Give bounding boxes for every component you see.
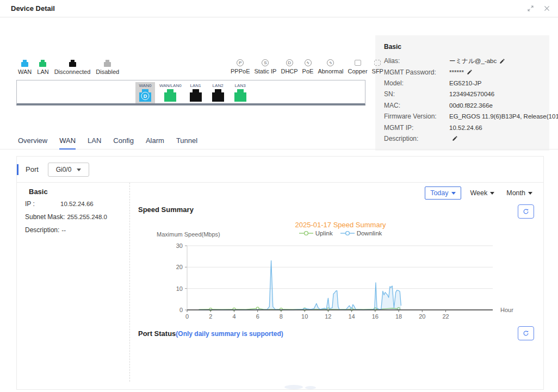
basic-row-label: Model:: [384, 79, 449, 87]
speed-summary-chart: 2025-01-17 Speed Summary Maximum Speed(M…: [153, 221, 528, 320]
device-port-wan0[interactable]: WAN0D: [135, 82, 155, 103]
legend-uplink[interactable]: Uplink: [299, 230, 333, 237]
speed-summary-refresh-button[interactable]: [518, 204, 534, 219]
svg-text:6: 6: [256, 313, 259, 319]
port-selector-row: Port Gi0/0: [17, 157, 543, 183]
edit-pencil-icon[interactable]: [452, 135, 458, 141]
edit-pencil-icon[interactable]: [499, 58, 505, 64]
port-label: WAN/LAN0: [159, 83, 182, 88]
tab-tunnel[interactable]: Tunnel: [176, 136, 197, 150]
port-status-legend-item: WAN: [18, 59, 32, 75]
device-port-lan1[interactable]: LAN1: [186, 82, 206, 103]
basic-row: MGMT Password:******: [384, 66, 541, 77]
svg-text:0: 0: [179, 307, 183, 313]
copper-legend-item: Copper: [348, 59, 367, 74]
port-status-heading-text: Port Status: [138, 329, 176, 338]
detail-tabs: OverviewWANLANConfigAlarmTunnel: [18, 136, 197, 150]
sfp-legend-item: SFP: [372, 59, 383, 74]
basic-row-value: ーミナル@_-abc: [449, 57, 505, 65]
accent-bar: [17, 164, 18, 175]
port-shape-icon: [212, 92, 224, 102]
svg-text:10: 10: [176, 285, 183, 292]
copper-icon: [355, 60, 361, 66]
svg-text:30: 30: [176, 242, 183, 249]
chart-ylabel: Maximum Speed(Mbps): [157, 231, 220, 238]
port-shape-icon: [164, 92, 176, 102]
tab-lan[interactable]: LAN: [88, 136, 101, 150]
basic-row-value-text: ーミナル@_-abc: [449, 57, 497, 65]
port-shape-icon: [190, 92, 202, 102]
legend-series-label: Uplink: [315, 230, 333, 237]
week-range-button[interactable]: Week: [468, 186, 498, 200]
maximize-icon[interactable]: [525, 3, 535, 13]
wan-basic-row-value: 10.52.24.66: [60, 201, 94, 207]
edit-pencil-icon[interactable]: [467, 69, 473, 75]
legend-label: DHCP: [281, 68, 297, 74]
wan-basic-row-value: 255.255.248.0: [67, 214, 107, 220]
basic-row-value-text: EG_RGOS 11.9(6)B13P4, Release(10142718): [449, 113, 558, 120]
close-icon[interactable]: [542, 3, 551, 13]
basic-row: Alias:ーミナル@_-abc: [384, 55, 541, 66]
chart-plot: 01020300246810121416182022Hour: [153, 240, 528, 319]
today-range-button[interactable]: Today: [425, 186, 461, 200]
caret-down-icon: [77, 169, 81, 171]
legend-label: WAN: [18, 69, 32, 75]
basic-row-value-text: 00d0.f822.366e: [449, 102, 493, 109]
port-select-value: Gi0/0: [56, 166, 72, 173]
pppoe-legend-item: PPPPoE: [231, 59, 250, 74]
basic-row-value: ******: [449, 69, 473, 76]
tab-config[interactable]: Config: [113, 136, 134, 150]
legend-label: Static IP: [254, 68, 276, 74]
basic-row-label: Firmware Version:: [384, 113, 449, 120]
dhcp-badge-icon: D: [141, 92, 150, 100]
port-mode-legend: PPPPoESStatic IPDDHCPϟPoEϟAbnormalCopper…: [231, 59, 383, 74]
svg-text:22: 22: [442, 313, 449, 319]
tab-wan[interactable]: WAN: [59, 136, 76, 150]
time-range-buttons: TodayWeekMonth: [425, 186, 535, 200]
device-port-lan2[interactable]: LAN2: [208, 82, 228, 103]
svg-text:16: 16: [372, 313, 379, 319]
device-port-lan3[interactable]: LAN3: [231, 82, 250, 103]
basic-row-label: MGMT IP:: [384, 124, 449, 132]
port-selector-label: Port: [26, 165, 39, 173]
wan-basic-row-value: --: [61, 227, 66, 233]
basic-row-value: 00d0.f822.366e: [449, 102, 493, 109]
month-range-button[interactable]: Month: [504, 186, 535, 200]
basic-row-label: MAC:: [384, 102, 449, 109]
poe-icon: ϟ: [305, 59, 312, 66]
basic-row: Firmware Version:EG_RGOS 11.9(6)B13P4, R…: [384, 111, 541, 122]
basic-row-value: EG5210-JP: [449, 80, 481, 86]
basic-row: MGMT IP:10.52.24.66: [384, 122, 541, 133]
abnormal-legend-item: ϟAbnormal: [318, 59, 343, 74]
partial-empty-state-graphic: [284, 384, 323, 389]
port-status-refresh-button[interactable]: [518, 326, 534, 340]
svg-text:14: 14: [348, 313, 355, 319]
dhcp-legend-item: DDHCP: [281, 59, 297, 74]
tab-overview[interactable]: Overview: [18, 136, 47, 150]
svg-text:Hour: Hour: [500, 307, 513, 313]
wan-basic-row: Subnet Mask:255.255.248.0: [25, 213, 126, 221]
device-basic-panel: Basic Alias:ーミナル@_-abcMGMT Password:****…: [375, 35, 549, 151]
basic-row-label: SN:: [384, 90, 449, 98]
speed-summary-heading: Speed Summary: [138, 206, 194, 214]
wan-basic-title: Basic: [29, 188, 48, 196]
legend-label: PoE: [302, 68, 314, 74]
port-status-legend: WANLANDisconnectedDisabled: [18, 59, 119, 75]
device-panel-image: WAN0DWAN/LAN0LAN1LAN2LAN3: [16, 80, 365, 105]
svg-text:4: 4: [232, 313, 235, 319]
basic-row-value-text: EG5210-JP: [449, 80, 481, 86]
basic-row-value-text: 1234942570046: [449, 91, 494, 97]
device-port-wan-lan0[interactable]: WAN/LAN0: [158, 82, 183, 103]
svg-text:2: 2: [209, 313, 212, 319]
static ip-icon: S: [262, 59, 269, 66]
legend-downlink[interactable]: Downlink: [340, 230, 382, 237]
tab-alarm[interactable]: Alarm: [146, 136, 164, 150]
port-select-dropdown[interactable]: Gi0/0: [48, 163, 89, 177]
wan-basic-pane: Basic IP :10.52.24.66Subnet Mask:255.255…: [17, 183, 130, 382]
pppoe-icon: P: [237, 59, 244, 66]
legend-label: Copper: [348, 68, 367, 74]
port-icon: [69, 62, 76, 67]
basic-row-value: 10.52.24.66: [449, 125, 482, 131]
basic-panel-rows: Alias:ーミナル@_-abcMGMT Password:******Mode…: [384, 55, 541, 144]
port-icon: [104, 62, 111, 67]
